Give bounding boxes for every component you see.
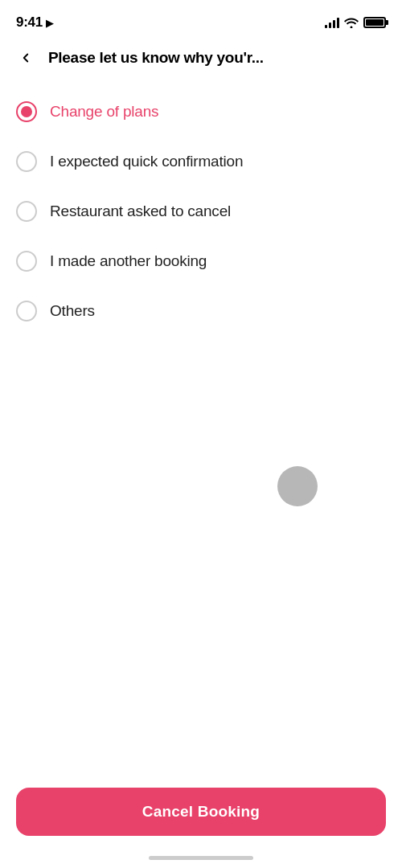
radio-change-of-plans[interactable]	[16, 101, 37, 122]
drag-indicator	[277, 466, 318, 506]
back-button[interactable]	[16, 48, 35, 68]
option-label-others: Others	[50, 302, 95, 320]
options-list: Change of plans I expected quick confirm…	[0, 80, 402, 336]
location-icon: ▶	[46, 17, 54, 29]
signal-icon	[325, 17, 339, 28]
option-label-restaurant-cancel: Restaurant asked to cancel	[50, 203, 231, 220]
status-time: 9:41	[16, 14, 43, 31]
wifi-icon	[344, 17, 359, 28]
cancel-button-container: Cancel Booking	[16, 788, 386, 836]
radio-restaurant-cancel[interactable]	[16, 201, 37, 222]
option-change-of-plans[interactable]: Change of plans	[16, 87, 386, 137]
radio-others[interactable]	[16, 301, 37, 321]
option-label-quick-confirmation: I expected quick confirmation	[50, 153, 243, 170]
option-label-another-booking: I made another booking	[50, 252, 207, 270]
option-restaurant-cancel[interactable]: Restaurant asked to cancel	[16, 186, 386, 236]
home-indicator	[149, 856, 253, 860]
radio-quick-confirmation[interactable]	[16, 151, 37, 172]
option-another-booking[interactable]: I made another booking	[16, 236, 386, 286]
option-others[interactable]: Others	[16, 286, 386, 336]
radio-another-booking[interactable]	[16, 251, 37, 272]
page-header: Please let us know why you'r...	[0, 40, 402, 80]
page-title: Please let us know why you'r...	[48, 49, 264, 67]
status-bar: 9:41 ▶	[0, 0, 402, 40]
status-icons	[325, 17, 386, 28]
option-label-change-of-plans: Change of plans	[50, 103, 158, 121]
battery-icon	[363, 17, 386, 28]
option-quick-confirmation[interactable]: I expected quick confirmation	[16, 137, 386, 186]
cancel-booking-button[interactable]: Cancel Booking	[16, 788, 386, 836]
